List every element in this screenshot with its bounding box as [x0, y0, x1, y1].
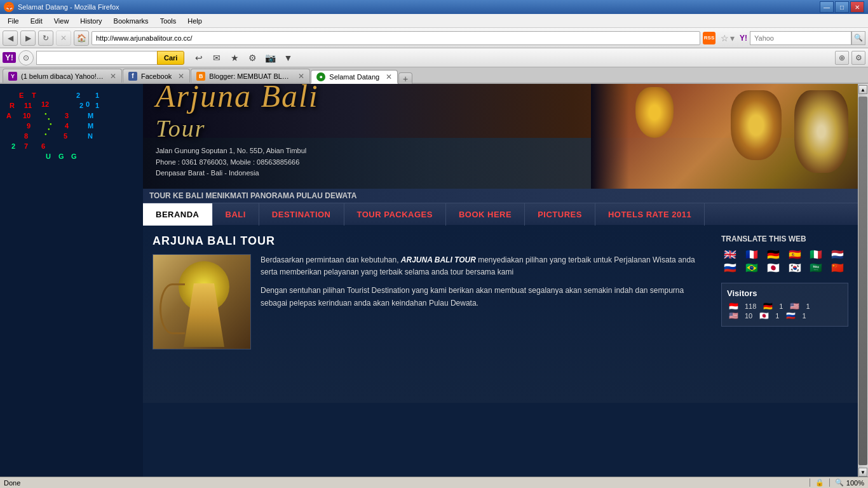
menu-history[interactable]: History [75, 16, 107, 26]
tab-bar: Y (1 belum dibaca) Yahoo! Mail, agus... … [0, 67, 868, 84]
home-button[interactable]: 🏠 [74, 30, 89, 46]
flag-saudi[interactable]: 🇸🇦 [807, 262, 825, 273]
address-bar [92, 31, 700, 45]
forward-button[interactable]: ▶ [20, 30, 36, 46]
yahoo-search-button[interactable]: 🔍 [851, 31, 865, 45]
clock-num-6: 6 [41, 142, 45, 150]
bookmark-star[interactable]: ☆ [721, 33, 729, 43]
mail-icon[interactable]: ✉ [210, 51, 224, 65]
content-area: ARJUNA BALI TOUR Berdasarkan permintaan … [143, 225, 858, 403]
nav-pictures[interactable]: PICTURES [525, 203, 595, 226]
flag-netherlands[interactable]: 🇳🇱 [829, 248, 846, 260]
bookmark-icon[interactable]: ★ [227, 51, 241, 65]
security-icon: 🔒 [815, 478, 824, 487]
site-navigation: BERANDA BALI DESTINATION TOUR PACKAGES B… [143, 203, 858, 225]
settings-icon[interactable]: ⚙ [245, 51, 259, 65]
visitor-count-jp: 1 [775, 312, 779, 320]
clock-num-1-1: 1 [95, 92, 99, 99]
scrollbar[interactable]: ▲ ▼ [858, 84, 868, 477]
nav-destination[interactable]: DESTINATION [259, 203, 344, 226]
flag-china[interactable]: 🇨🇳 [829, 262, 846, 273]
flag-france[interactable]: 🇫🇷 [743, 248, 761, 260]
visitor-row-2: 🇺🇸 10 🇯🇵 1 🇷🇺 1 [727, 311, 843, 320]
flag-korea[interactable]: 🇰🇷 [786, 262, 804, 273]
tab-close-blogger[interactable]: ✕ [298, 72, 304, 81]
yahoo-search-input[interactable] [750, 31, 851, 45]
visitor-flag-de: 🇩🇪 [761, 302, 774, 310]
title-bar-controls: — □ ✕ [820, 1, 864, 13]
flag-italy[interactable]: 🇮🇹 [807, 248, 825, 260]
tab-close-yahoo[interactable]: ✕ [110, 72, 116, 81]
addon-btn1[interactable]: ⊕ [835, 51, 849, 65]
toolbar-search-input[interactable] [36, 51, 157, 65]
scroll-up-btn[interactable]: ▲ [858, 85, 867, 94]
reload-button[interactable]: ↻ [38, 30, 53, 46]
clock-num-2-2: 2 [79, 102, 83, 109]
visitor-count-us2: 10 [745, 312, 752, 320]
yahoo-circle-btn[interactable]: ⊙ [18, 50, 34, 65]
menu-help[interactable]: Help [182, 16, 207, 26]
maximize-button[interactable]: □ [835, 1, 849, 13]
tab-yahoo-mail[interactable]: Y (1 belum dibaca) Yahoo! Mail, agus... … [3, 69, 122, 83]
clock-letter-A: A [6, 112, 11, 119]
site-header: Arjuna Bali Tour Jalan Gunung Soputan 1,… [143, 84, 858, 189]
new-tab-button[interactable]: + [398, 72, 412, 84]
firefox-icon: 🦊 [4, 2, 14, 12]
cari-button[interactable]: Cari [157, 51, 184, 65]
nav-bali[interactable]: BALI [213, 203, 259, 226]
address-line1: Jalan Gunung Soputan 1, No. 55D, Abian T… [156, 146, 512, 157]
flag-germany[interactable]: 🇩🇪 [764, 248, 782, 260]
menu-edit[interactable]: Edit [25, 16, 48, 26]
more-icon[interactable]: ▼ [281, 51, 295, 65]
site-subtitle: Tour [156, 115, 205, 142]
flag-russia[interactable]: 🇷🇺 [721, 262, 739, 273]
nav-tour-packages[interactable]: TOUR PACKAGES [344, 203, 446, 226]
close-button[interactable]: ✕ [850, 1, 864, 13]
tab-close-facebook[interactable]: ✕ [178, 72, 184, 81]
content-row: Berdasarkan permintaan dan kebutuhan, AR… [153, 254, 712, 349]
clock-num-4: 4 [65, 122, 69, 130]
camera-icon[interactable]: 📷 [263, 51, 277, 65]
clock-num-3: 3 [65, 112, 69, 119]
addon-btn2[interactable]: ⚙ [851, 51, 865, 65]
menu-view[interactable]: View [49, 16, 74, 26]
site-title: Arjuna Bali Tour [156, 84, 512, 140]
flag-uk[interactable]: 🇬🇧 [721, 248, 739, 260]
refresh-icon[interactable]: ↩ [192, 51, 206, 65]
menu-tools[interactable]: Tools [155, 16, 182, 26]
main-content: E T 2 0 1 R 11 12 2 1 A 10 3 M 9 4 M 8 5… [0, 84, 868, 477]
address-input[interactable] [96, 34, 696, 42]
toolbar-icons: ↩ ✉ ★ ⚙ 📷 ▼ [192, 51, 295, 65]
content-para1: Berdasarkan permintaan dan kebutuhan, AR… [261, 254, 712, 278]
clock-widget: E T 2 0 1 R 11 12 2 1 A 10 3 M 9 4 M 8 5… [6, 90, 133, 179]
minimize-button[interactable]: — [820, 1, 834, 13]
back-button[interactable]: ◀ [3, 30, 18, 46]
nav-hotels-rate[interactable]: HOTELS RATE 2011 [595, 203, 705, 226]
tab-selamat-datang[interactable]: ● Selamat Datang ✕ [311, 70, 398, 84]
scroll-down-btn[interactable]: ▼ [858, 468, 867, 477]
content-main: ARJUNA BALI TOUR Berdasarkan permintaan … [153, 234, 712, 393]
mask3-face [794, 90, 848, 173]
clock-letter-N: N [88, 132, 93, 140]
tab-facebook[interactable]: f Facebook ✕ [123, 69, 190, 83]
bookmark-dropdown[interactable]: ▾ [730, 33, 735, 43]
flag-japan[interactable]: 🇯🇵 [764, 262, 782, 273]
mask1 [629, 87, 680, 163]
yahoo-badge[interactable]: Y! [3, 52, 16, 63]
flag-brazil[interactable]: 🇧🇷 [743, 262, 761, 273]
status-zoom[interactable]: 🔍 100% [829, 478, 864, 487]
visitor-flag-ru: 🇷🇺 [784, 311, 797, 320]
left-sidebar: E T 2 0 1 R 11 12 2 1 A 10 3 M 9 4 M 8 5… [0, 84, 143, 477]
menu-file[interactable]: File [3, 16, 24, 26]
mask1-face [635, 87, 674, 138]
flag-spain[interactable]: 🇪🇸 [786, 248, 804, 260]
scroll-thumb[interactable] [858, 97, 867, 465]
stop-button[interactable]: ✕ [56, 30, 71, 46]
tab-blogger[interactable]: B Blogger: MEMBUAT BLOG - Edit La... ✕ [191, 69, 310, 83]
nav-book-here[interactable]: BOOK HERE [446, 203, 525, 226]
tab-close-active[interactable]: ✕ [386, 72, 392, 81]
nav-beranda[interactable]: BERANDA [143, 203, 213, 226]
rss-button[interactable]: RSS [703, 32, 715, 44]
clock-num-2-1: 2 [76, 92, 80, 99]
menu-bookmarks[interactable]: Bookmarks [109, 16, 154, 26]
